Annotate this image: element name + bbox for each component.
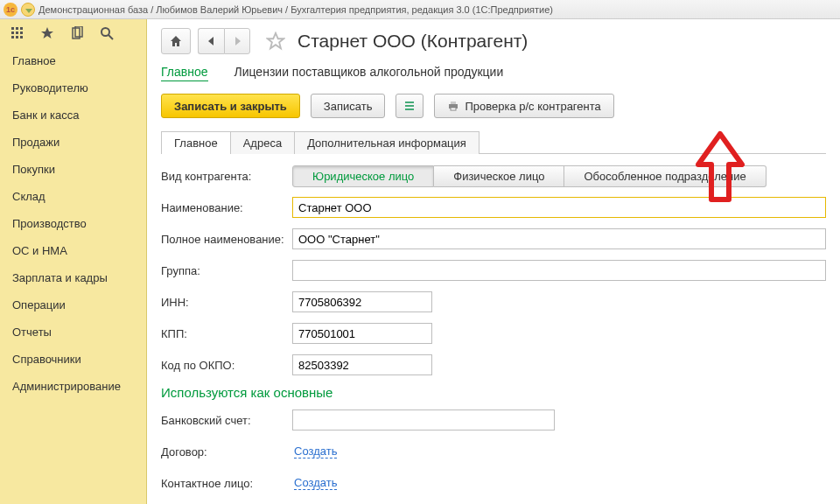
- forward-button[interactable]: [224, 28, 250, 54]
- list-icon: [403, 100, 416, 112]
- okpo-label: Код по ОКПО:: [161, 359, 292, 372]
- app-logo-icon: 1c: [4, 3, 18, 17]
- sidebar-item-0[interactable]: Главное: [0, 47, 146, 74]
- sidebar-item-4[interactable]: Покупки: [0, 156, 146, 183]
- svg-rect-0: [11, 27, 14, 30]
- back-button[interactable]: [198, 28, 224, 54]
- svg-rect-4: [16, 32, 18, 34]
- printer-icon: [447, 100, 459, 112]
- page-subtabs: Главное Лицензии поставщиков алкогольной…: [161, 65, 826, 81]
- subtab-licenses[interactable]: Лицензии поставщиков алкогольной продукц…: [234, 65, 504, 81]
- home-icon: [169, 34, 183, 48]
- sidebar-item-10[interactable]: Отчеты: [0, 318, 146, 346]
- svg-rect-1: [16, 27, 18, 30]
- subtab-main[interactable]: Главное: [161, 65, 208, 81]
- toolbar: Записать и закрыть Записать Проверка р/с…: [161, 94, 826, 118]
- sidebar-iconrow: [0, 19, 146, 47]
- sidebar-item-8[interactable]: Зарплата и кадры: [0, 264, 146, 291]
- favorite-star-icon[interactable]: [266, 32, 285, 51]
- kpp-label: КПП:: [161, 327, 292, 340]
- kind-legal[interactable]: Юридическое лицо: [292, 165, 434, 187]
- svg-rect-8: [20, 36, 23, 38]
- kind-individual[interactable]: Физическое лицо: [434, 165, 564, 187]
- svg-marker-17: [268, 33, 284, 48]
- nav-back-forward: [198, 28, 250, 54]
- apps-grid-icon[interactable]: [10, 26, 24, 40]
- inn-input[interactable]: [292, 291, 432, 312]
- sidebar-item-9[interactable]: Операции: [0, 291, 146, 318]
- svg-point-12: [102, 28, 109, 36]
- search-icon[interactable]: [100, 26, 114, 40]
- tab-extra-info[interactable]: Дополнительная информация: [295, 131, 480, 154]
- name-input[interactable]: [292, 197, 826, 218]
- sidebar-item-1[interactable]: Руководителю: [0, 74, 146, 102]
- contract-create-link[interactable]: Создать: [294, 444, 337, 458]
- group-label: Группа:: [161, 264, 292, 277]
- bank-label: Банковский счет:: [161, 414, 292, 427]
- svg-marker-14: [171, 36, 181, 46]
- group-input[interactable]: [292, 260, 826, 281]
- svg-marker-9: [41, 27, 53, 38]
- svg-rect-7: [16, 36, 18, 38]
- sidebar: ГлавноеРуководителюБанк и кассаПродажиПо…: [0, 19, 147, 504]
- tab-addresses[interactable]: Адреса: [231, 131, 295, 154]
- svg-marker-15: [208, 37, 214, 46]
- sidebar-item-6[interactable]: Производство: [0, 210, 146, 237]
- bank-input[interactable]: [292, 410, 555, 430]
- kind-segment: Юридическое лицо Физическое лицо Обособл…: [292, 165, 766, 187]
- name-label: Наименование:: [161, 201, 292, 214]
- save-and-close-button[interactable]: Записать и закрыть: [161, 94, 300, 118]
- sidebar-item-3[interactable]: Продажи: [0, 129, 146, 156]
- contract-label: Договор:: [161, 445, 292, 458]
- fullname-input[interactable]: [292, 228, 826, 249]
- contact-create-link[interactable]: Создать: [294, 476, 337, 490]
- kind-label: Вид контрагента:: [161, 170, 292, 183]
- arrow-right-icon: [231, 35, 243, 47]
- form-area: Вид контрагента: Юридическое лицо Физиче…: [161, 154, 826, 494]
- kpp-input[interactable]: [292, 323, 432, 344]
- sidebar-item-7[interactable]: ОС и НМА: [0, 237, 146, 264]
- main-content: Старнет ООО (Контрагент) Главное Лицензи…: [147, 19, 840, 504]
- star-icon[interactable]: [40, 26, 54, 40]
- app-menu-dropdown-icon[interactable]: [21, 3, 35, 17]
- section-defaults: Используются как основные: [161, 385, 826, 400]
- save-button[interactable]: Записать: [311, 94, 386, 118]
- contact-label: Контактное лицо:: [161, 477, 292, 490]
- svg-rect-6: [11, 36, 14, 38]
- check-account-button[interactable]: Проверка р/с контрагента: [434, 94, 613, 118]
- kind-branch[interactable]: Обособленное подразделение: [564, 165, 766, 187]
- svg-marker-16: [235, 37, 241, 46]
- okpo-input[interactable]: [292, 354, 432, 375]
- list-button[interactable]: [396, 94, 424, 118]
- svg-rect-5: [20, 32, 23, 34]
- page-title: Старнет ООО (Контрагент): [298, 31, 528, 52]
- check-account-label: Проверка р/с контрагента: [465, 100, 600, 113]
- svg-rect-3: [11, 32, 14, 34]
- arrow-left-icon: [206, 35, 218, 47]
- tab-main[interactable]: Главное: [161, 131, 231, 154]
- svg-rect-23: [451, 108, 456, 110]
- svg-rect-2: [20, 27, 23, 30]
- svg-rect-22: [451, 102, 456, 104]
- sidebar-item-5[interactable]: Склад: [0, 183, 146, 210]
- sidebar-item-11[interactable]: Справочники: [0, 346, 146, 373]
- home-button[interactable]: [161, 28, 191, 54]
- window-title: Демонстрационная база / Любимов Валерий …: [38, 4, 553, 15]
- svg-line-13: [108, 35, 113, 39]
- history-icon[interactable]: [70, 26, 84, 40]
- tabstrip: Главное Адреса Дополнительная информация: [161, 130, 826, 154]
- window-titlebar: 1c Демонстрационная база / Любимов Валер…: [0, 0, 840, 19]
- fullname-label: Полное наименование:: [161, 233, 292, 246]
- inn-label: ИНН:: [161, 296, 292, 309]
- sidebar-item-2[interactable]: Банк и касса: [0, 102, 146, 129]
- sidebar-item-12[interactable]: Администрирование: [0, 373, 146, 400]
